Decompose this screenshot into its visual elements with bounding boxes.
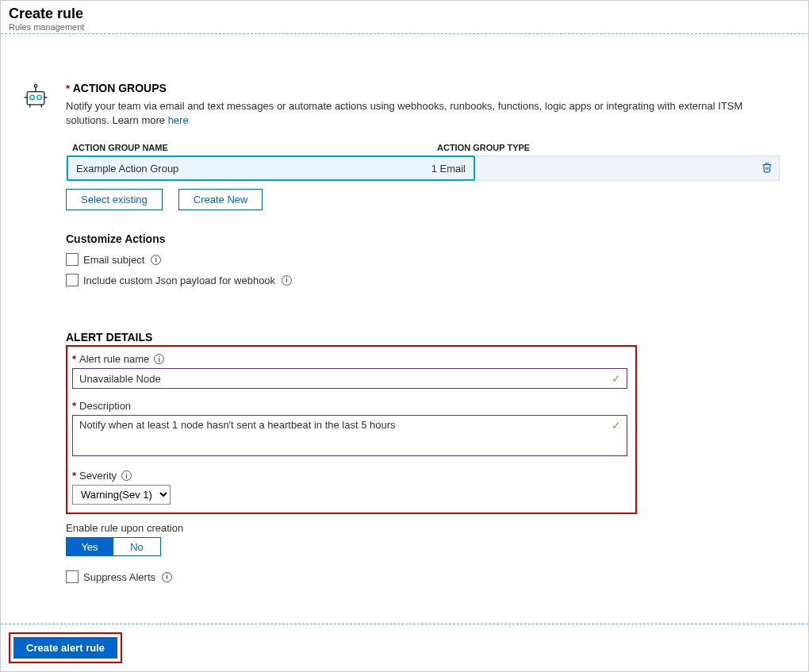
json-payload-checkbox[interactable] — [66, 274, 79, 286]
alert-rule-name-label: Alert rule name — [79, 353, 149, 365]
description-label: Description — [79, 400, 131, 412]
action-group-type: 1 Email — [431, 163, 466, 175]
delete-icon[interactable] — [755, 162, 779, 175]
page-header: Create rule Rules management — [1, 1, 808, 32]
enable-rule-label: Enable rule upon creation — [66, 522, 183, 534]
select-existing-button[interactable]: Select existing — [66, 189, 163, 210]
divider — [1, 33, 808, 34]
email-subject-label: Email subject — [83, 254, 144, 266]
svg-point-1 — [30, 95, 34, 99]
action-group-row[interactable]: Example Action Group 1 Email — [66, 156, 780, 181]
action-group-name: Example Action Group — [76, 163, 431, 175]
severity-select[interactable]: Warning(Sev 1) — [72, 485, 171, 505]
action-groups-table: ACTION GROUP NAME ACTION GROUP TYPE Exam… — [66, 143, 780, 181]
create-alert-rule-button[interactable]: Create alert rule — [13, 637, 117, 659]
col-header-name: ACTION GROUP NAME — [72, 143, 437, 152]
create-new-button[interactable]: Create New — [178, 189, 263, 210]
alert-rule-name-input[interactable] — [72, 368, 627, 389]
alert-details-title: ALERT DETAILS — [66, 331, 637, 344]
suppress-alerts-checkbox[interactable] — [66, 570, 79, 583]
email-subject-checkbox[interactable] — [66, 253, 79, 266]
alert-details-section: ALERT DETAILS *Alert rule namei ✓ *Descr… — [66, 331, 637, 583]
page-subtitle: Rules management — [9, 22, 800, 32]
highlight-box: *Alert rule namei ✓ *Description ✓ *Seve… — [66, 345, 637, 514]
severity-label: Severity — [79, 470, 117, 482]
enable-no-button[interactable]: No — [113, 537, 161, 556]
col-header-type: ACTION GROUP TYPE — [437, 143, 773, 152]
svg-point-2 — [37, 95, 41, 99]
robot-icon — [21, 82, 50, 110]
footer-bar: Create alert rule — [1, 624, 808, 671]
learn-more-link[interactable]: here — [168, 114, 189, 126]
json-payload-label: Include custom Json payload for webhook — [83, 275, 275, 286]
svg-point-4 — [34, 85, 37, 88]
page-title: Create rule — [9, 6, 800, 22]
info-icon[interactable]: i — [121, 470, 132, 481]
info-icon[interactable]: i — [282, 275, 292, 286]
description-input[interactable] — [72, 415, 627, 456]
required-marker: * — [66, 83, 73, 94]
action-groups-title: ACTION GROUPS — [73, 82, 167, 94]
suppress-alerts-label: Suppress Alerts — [83, 571, 155, 583]
action-groups-section: * ACTION GROUPS Notify your team via ema… — [66, 82, 792, 286]
info-icon[interactable]: i — [162, 572, 172, 582]
info-icon[interactable]: i — [154, 354, 164, 364]
enable-yes-button[interactable]: Yes — [66, 537, 113, 556]
customize-actions-title: Customize Actions — [66, 232, 792, 245]
info-icon[interactable]: i — [151, 255, 161, 265]
action-groups-description: Notify your team via email and text mess… — [66, 99, 780, 127]
enable-toggle: Yes No — [66, 537, 637, 556]
highlight-box: Create alert rule — [9, 632, 122, 663]
